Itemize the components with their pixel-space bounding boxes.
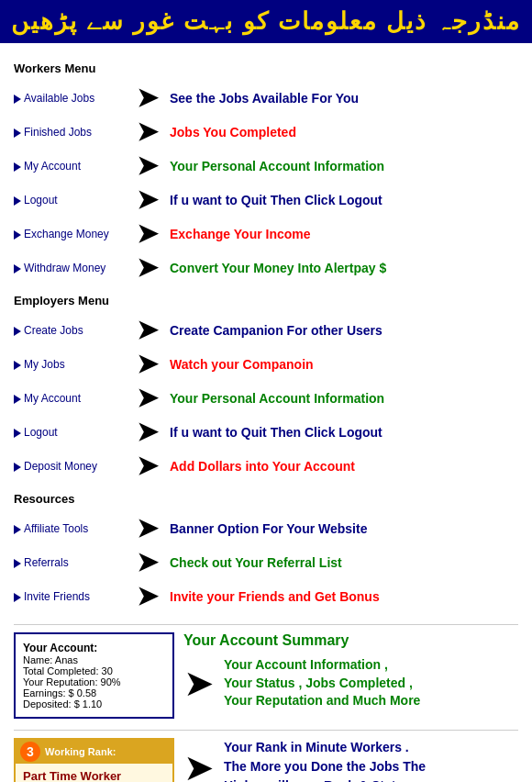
account-name: Name: Anas <box>23 654 165 665</box>
arrow-icon: ➤ <box>137 384 158 412</box>
rank-box-header-label: Working Rank: <box>45 746 116 757</box>
account-summary-row: ➤ Your Account Information ,Your Status … <box>183 656 518 710</box>
rank-right: ➤ Your Rank in Minute Workers .The More … <box>183 738 518 782</box>
workers-menu-label: Workers Menu <box>14 61 518 75</box>
menu-link[interactable]: My Jobs <box>24 358 65 371</box>
arrow-cell: ➤ <box>124 381 170 415</box>
triangle-icon <box>14 593 21 602</box>
menu-link[interactable]: Available Jobs <box>24 92 94 105</box>
menu-link[interactable]: Referrals <box>24 556 69 569</box>
arrow-icon: ➤ <box>137 84 158 112</box>
menu-link[interactable]: My Account <box>24 392 81 405</box>
menu-desc-cell: Exchange Your Income <box>170 217 518 251</box>
menu-link-cell: My Jobs <box>14 347 124 381</box>
employers-menu-table: Create Jobs➤Create Campanion For other U… <box>14 313 518 483</box>
triangle-icon <box>14 196 21 206</box>
arrow-cell: ➤ <box>124 313 170 347</box>
arrow-cell: ➤ <box>124 183 170 217</box>
employers-menu-label: Employers Menu <box>14 294 518 307</box>
resources-menu-label: Resources <box>14 492 518 506</box>
arrow-cell: ➤ <box>124 579 170 613</box>
rank-arrow-icon: ➤ <box>183 746 215 783</box>
arrow-cell: ➤ <box>124 217 170 251</box>
menu-desc-cell: Convert Your Money Into Alertpay $ <box>170 251 518 285</box>
rank-number: 3 <box>20 742 40 762</box>
menu-desc-cell: Your Personal Account Information <box>170 381 518 415</box>
arrow-icon: ➤ <box>137 350 158 378</box>
menu-link-cell: Invite Friends <box>14 579 124 613</box>
rank-section: 3 Working Rank: Part Time Worker Progres… <box>14 730 518 782</box>
menu-row: My Account➤Your Personal Account Informa… <box>14 149 518 183</box>
account-box-title: Your Account: <box>23 642 165 654</box>
menu-desc-cell: See the Jobs Available For You <box>170 81 518 115</box>
account-box: Your Account: Name: Anas Total Completed… <box>14 632 174 719</box>
menu-link-cell: Affiliate Tools <box>14 511 124 545</box>
menu-link[interactable]: Logout <box>24 426 58 439</box>
menu-row: Deposit Money➤Add Dollars into Your Acco… <box>14 449 518 483</box>
rank-right-row: ➤ Your Rank in Minute Workers .The More … <box>183 738 518 782</box>
triangle-icon <box>14 95 21 104</box>
menu-row: My Jobs➤Watch your Companoin <box>14 347 518 381</box>
rank-box: 3 Working Rank: Part Time Worker Progres… <box>14 738 174 782</box>
account-completed: Total Completed: 30 <box>23 665 165 676</box>
menu-row: Exchange Money➤Exchange Your Income <box>14 217 518 251</box>
triangle-icon <box>14 327 21 336</box>
menu-row: Logout➤If u want to Quit Then Click Logo… <box>14 183 518 217</box>
menu-desc-cell: Watch your Companoin <box>170 347 518 381</box>
rank-desc: Your Rank in Minute Workers .The More yo… <box>224 738 426 782</box>
header-banner: منڈرجہ ذیل معلومات کو بہت غور سے پڑھیں <box>0 0 532 43</box>
rank-title: Part Time Worker <box>23 769 165 782</box>
menu-link[interactable]: Logout <box>24 194 58 207</box>
menu-link-cell: Exchange Money <box>14 217 124 251</box>
arrow-cell: ➤ <box>124 449 170 483</box>
menu-link-cell: Deposit Money <box>14 449 124 483</box>
triangle-icon <box>14 128 21 138</box>
arrow-cell: ➤ <box>124 545 170 579</box>
menu-desc-cell: Check out Your Referral List <box>170 545 518 579</box>
arrow-icon: ➤ <box>137 418 158 446</box>
menu-row: Finished Jobs➤Jobs You Completed <box>14 115 518 149</box>
triangle-icon <box>14 230 21 240</box>
menu-row: Available Jobs➤See the Jobs Available Fo… <box>14 81 518 115</box>
arrow-icon: ➤ <box>137 151 158 180</box>
triangle-icon <box>14 429 21 438</box>
arrow-icon: ➤ <box>137 548 158 576</box>
rank-box-header: 3 Working Rank: <box>16 740 172 764</box>
menu-link-cell: Available Jobs <box>14 81 124 115</box>
account-summary-desc: Your Account Information ,Your Status , … <box>224 656 420 710</box>
menu-link-cell: My Account <box>14 381 124 415</box>
menu-row: My Account➤Your Personal Account Informa… <box>14 381 518 415</box>
menu-link[interactable]: Finished Jobs <box>24 126 92 139</box>
menu-desc-cell: Invite your Friends and Get Bonus <box>170 579 518 613</box>
menu-link[interactable]: Exchange Money <box>24 228 109 240</box>
menu-row: Invite Friends➤Invite your Friends and G… <box>14 579 518 613</box>
menu-desc-cell: If u want to Quit Then Click Logout <box>170 415 518 449</box>
menu-link-cell: Logout <box>14 415 124 449</box>
account-summary-arrow-icon: ➤ <box>183 662 215 704</box>
menu-desc-cell: Add Dollars into Your Account <box>170 449 518 483</box>
menu-link[interactable]: My Account <box>24 160 81 173</box>
triangle-icon <box>14 559 21 568</box>
arrow-icon: ➤ <box>137 219 158 248</box>
menu-link[interactable]: Deposit Money <box>24 460 97 473</box>
triangle-icon <box>14 525 21 534</box>
triangle-icon <box>14 395 21 404</box>
arrow-cell: ➤ <box>124 415 170 449</box>
triangle-icon <box>14 361 21 370</box>
arrow-cell: ➤ <box>124 511 170 545</box>
menu-link[interactable]: Withdraw Money <box>24 262 105 274</box>
menu-link[interactable]: Create Jobs <box>24 324 83 337</box>
menu-link-cell: Referrals <box>14 545 124 579</box>
menu-link[interactable]: Invite Friends <box>24 590 90 603</box>
arrow-cell: ➤ <box>124 149 170 183</box>
menu-row: Withdraw Money➤Convert Your Money Into A… <box>14 251 518 285</box>
menu-link[interactable]: Affiliate Tools <box>24 522 88 535</box>
arrow-cell: ➤ <box>124 115 170 149</box>
menu-row: Referrals➤Check out Your Referral List <box>14 545 518 579</box>
arrow-icon: ➤ <box>137 514 158 542</box>
arrow-cell: ➤ <box>124 251 170 285</box>
menu-row: Create Jobs➤Create Campanion For other U… <box>14 313 518 347</box>
account-summary-title: Your Account Summary <box>183 632 518 649</box>
arrow-cell: ➤ <box>124 81 170 115</box>
menu-link-cell: Create Jobs <box>14 313 124 347</box>
